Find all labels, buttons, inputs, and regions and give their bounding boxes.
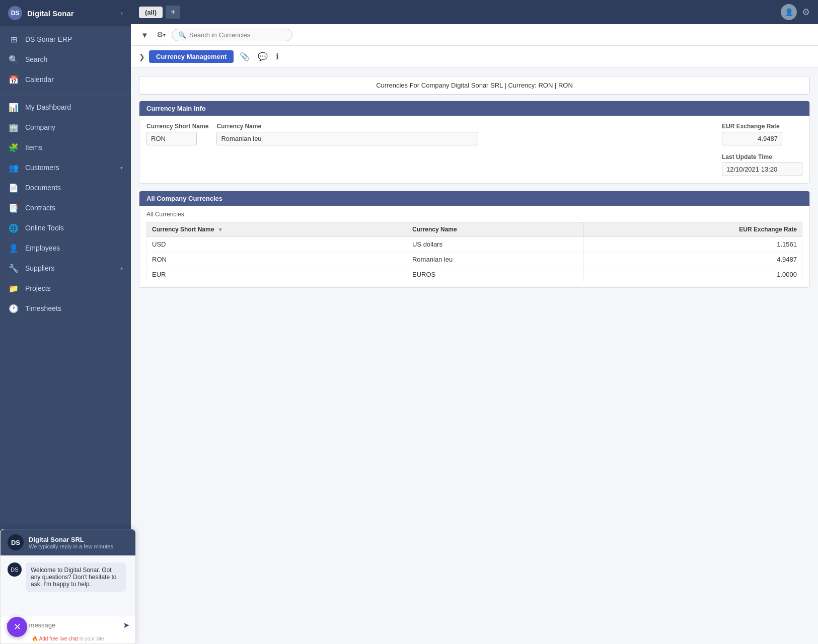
chat-header-info: Digital Sonar SRL We typically reply in … <box>29 536 128 549</box>
sidebar-label-customers: Customers <box>25 164 120 172</box>
settings-dropdown-button[interactable]: ⚙ ▾ <box>155 28 168 41</box>
currencies-table: Currency Short Name ▼ Currency Name EUR … <box>146 222 802 282</box>
col-short-name[interactable]: Currency Short Name ▼ <box>147 222 407 237</box>
sidebar-brand[interactable]: DS Digital Sonar ‹ <box>0 0 131 26</box>
main-area: (all) + 👤 ⚙ ▼ ⚙ ▾ 🔍 ❯ Currency Managemen… <box>131 0 818 644</box>
close-icon: ✕ <box>14 621 21 632</box>
currency-name-group: Currency Name <box>216 123 478 145</box>
table-row[interactable]: EUR EUROS 1.0000 <box>147 267 802 282</box>
col-exchange-rate-label: EUR Exchange Rate <box>739 226 797 233</box>
row-0-short-name: USD <box>147 237 407 252</box>
sidebar-item-search[interactable]: 🔍 Search <box>0 49 131 69</box>
last-update-input[interactable] <box>722 163 802 176</box>
settings-dropdown-arrow-icon: ▾ <box>163 32 166 38</box>
row-0-currency-name: US dollars <box>407 237 583 252</box>
breadcrumb-back-icon[interactable]: ❯ <box>139 53 145 61</box>
info-banner: Currencies For Company Digital Sonar SRL… <box>139 76 810 95</box>
search-icon: 🔍 <box>8 54 19 65</box>
sidebar-label-calendar: Calendar <box>25 75 123 84</box>
currency-main-section: Currency Main Info Currency Short Name C… <box>139 101 810 184</box>
all-currencies-section: All Company Currencies All Currencies Cu… <box>139 191 810 288</box>
sidebar-item-company[interactable]: 🏢 Company <box>0 117 131 137</box>
settings-icon[interactable]: ⚙ <box>802 7 810 18</box>
short-name-group: Currency Short Name <box>146 123 208 145</box>
row-2-short-name: EUR <box>147 267 407 282</box>
sidebar-label-search: Search <box>25 55 123 63</box>
sidebar-item-documents[interactable]: 📄 Documents <box>0 178 131 198</box>
sidebar-label-online-tools: Online Tools <box>25 224 123 232</box>
row-1-exchange-rate: 4.9487 <box>583 252 802 267</box>
row-2-currency-name: EUROS <box>407 267 583 282</box>
currency-name-input[interactable] <box>216 132 478 145</box>
employees-icon: 👤 <box>8 243 19 254</box>
chat-icon: 💬 <box>258 52 268 61</box>
chat-send-icon[interactable]: ➤ <box>123 620 129 630</box>
chat-msg-avatar: DS <box>8 562 22 577</box>
chat-close-button[interactable]: ✕ <box>7 617 27 637</box>
chat-reply-info: We typically reply in a few minutes <box>29 543 128 549</box>
sidebar-top-section: ⊞ DS Sonar ERP 🔍 Search 📅 Calendar <box>0 26 131 93</box>
filter-button[interactable]: ▼ <box>139 29 151 41</box>
sidebar-item-ds-sonar-erp[interactable]: ⊞ DS Sonar ERP <box>0 29 131 49</box>
grid-icon: ⊞ <box>8 34 19 45</box>
online-tools-icon: 🌐 <box>8 222 19 233</box>
currency-name-label: Currency Name <box>216 123 478 130</box>
col-currency-name: Currency Name <box>407 222 583 237</box>
sidebar-label-projects: Projects <box>25 284 123 292</box>
sidebar-label-my-dashboard: My Dashboard <box>25 103 123 111</box>
breadcrumb-bar: ❯ Currency Management 📎 💬 ℹ <box>131 46 818 68</box>
sidebar-item-customers[interactable]: 👥 Customers ▾ <box>0 157 131 178</box>
table-row[interactable]: RON Romanian leu 4.9487 <box>147 252 802 267</box>
suppliers-icon: 🔧 <box>8 263 19 274</box>
sidebar-item-online-tools[interactable]: 🌐 Online Tools <box>0 218 131 238</box>
exchange-rate-input[interactable] <box>722 132 782 145</box>
sort-arrow-icon: ▼ <box>218 227 223 232</box>
brand-title: Digital Sonar <box>27 9 74 18</box>
info-button[interactable]: ℹ <box>274 50 281 63</box>
sidebar-label-company: Company <box>25 123 123 131</box>
calendar-icon: 📅 <box>8 74 19 85</box>
tab-add-button[interactable]: + <box>166 6 180 19</box>
topbar: (all) + 👤 ⚙ <box>131 0 818 24</box>
sidebar-item-suppliers[interactable]: 🔧 Suppliers ▾ <box>0 258 131 278</box>
brand-chevron-icon: ‹ <box>121 10 123 17</box>
short-name-input[interactable] <box>146 132 197 145</box>
search-input[interactable] <box>189 31 280 39</box>
chat-body: DS Welcome to Digital Sonar. Got any que… <box>1 555 135 616</box>
exchange-rate-group: EUR Exchange Rate Last Update Time <box>722 123 802 176</box>
chat-powered-link[interactable]: Add free live chat <box>39 636 78 641</box>
sidebar-nav-section: 📊 My Dashboard 🏢 Company 🧩 Items 👥 Custo… <box>0 97 131 318</box>
topbar-right: 👤 ⚙ <box>781 4 810 20</box>
tab-all[interactable]: (all) <box>139 7 163 18</box>
currency-management-breadcrumb[interactable]: Currency Management <box>149 50 234 63</box>
sidebar-item-projects[interactable]: 📁 Projects <box>0 278 131 298</box>
avatar[interactable]: 👤 <box>781 4 797 20</box>
table-row[interactable]: USD US dollars 1.1561 <box>147 237 802 252</box>
sidebar-item-my-dashboard[interactable]: 📊 My Dashboard <box>0 97 131 117</box>
timesheets-icon: 🕐 <box>8 303 19 314</box>
attach-button[interactable]: 📎 <box>238 50 252 63</box>
customers-icon: 👥 <box>8 162 19 173</box>
chat-bubble: Welcome to Digital Sonar. Got any questi… <box>26 562 126 592</box>
filter-icon: ▼ <box>141 31 148 39</box>
table-header-row: Currency Short Name ▼ Currency Name EUR … <box>147 222 802 237</box>
row-2-exchange-rate: 1.0000 <box>583 267 802 282</box>
chat-button[interactable]: 💬 <box>256 50 270 63</box>
paperclip-icon: 📎 <box>240 52 250 61</box>
col-exchange-rate: EUR Exchange Rate <box>583 222 802 237</box>
info-banner-text: Currencies For Company Digital Sonar SRL… <box>376 82 573 89</box>
sidebar-item-contracts[interactable]: 📑 Contracts <box>0 198 131 218</box>
all-currencies-table-container: All Currencies Currency Short Name ▼ Cur… <box>139 206 809 287</box>
chat-company-name: Digital Sonar SRL <box>29 536 128 543</box>
gear-icon: ⚙ <box>157 30 163 39</box>
sidebar-item-timesheets[interactable]: 🕐 Timesheets <box>0 298 131 318</box>
search-icon: 🔍 <box>178 31 186 39</box>
sidebar-label-suppliers: Suppliers <box>25 264 120 272</box>
sidebar-label-items: Items <box>25 143 123 151</box>
sidebar-item-items[interactable]: 🧩 Items <box>0 137 131 157</box>
content-area: Currencies For Company Digital Sonar SRL… <box>131 68 818 644</box>
sidebar-item-employees[interactable]: 👤 Employees <box>0 238 131 258</box>
table-body: USD US dollars 1.1561 RON Romanian leu 4… <box>147 237 802 282</box>
toolbar: ▼ ⚙ ▾ 🔍 <box>131 24 818 46</box>
sidebar-item-calendar[interactable]: 📅 Calendar <box>0 69 131 90</box>
